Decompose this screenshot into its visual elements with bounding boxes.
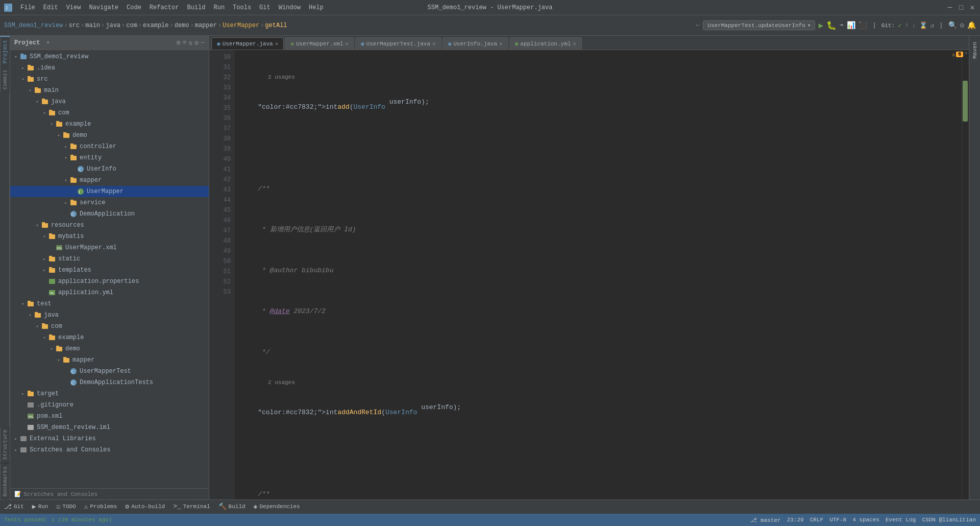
menu-git[interactable]: Git [255, 2, 275, 13]
maven-tab[interactable]: Maven [972, 38, 978, 63]
tree-item-src[interactable]: ▾src [10, 74, 209, 85]
tree-item-usermapper[interactable]: IUserMapper [10, 186, 209, 197]
tree-item-controller[interactable]: ▸controller [10, 141, 209, 152]
tree-item-usermapper-xml[interactable]: XMLUserMapper.xml [10, 242, 209, 253]
tree-item--idea[interactable]: ▸.idea [10, 62, 209, 74]
tab-usermapperjava[interactable]: ◉UserMapper.java✕ [211, 37, 284, 50]
menu-code[interactable]: Code [122, 2, 145, 13]
tree-item-demo[interactable]: ▾demo [10, 130, 209, 141]
tree-item-mybatis[interactable]: ▾mybatis [10, 231, 209, 242]
tree-item-example[interactable]: ▾example [10, 118, 209, 130]
bottom-tab-todo[interactable]: ☑TODO [56, 500, 76, 514]
line-ending-status[interactable]: CRLF [810, 517, 823, 523]
menu-tools[interactable]: Tools [229, 2, 255, 13]
git-arrow-up-icon[interactable]: ↑ [905, 21, 909, 29]
tree-item-mapper[interactable]: ▾mapper [10, 354, 209, 366]
git-check-icon[interactable]: ✓ [898, 21, 902, 30]
bottom-tab-git[interactable]: ⎇Git [4, 500, 24, 514]
tab-close-icon[interactable]: ✕ [275, 40, 279, 47]
tree-item-example[interactable]: ▾example [10, 332, 209, 343]
close-button[interactable]: ✕ [969, 4, 976, 11]
position-status[interactable]: 23:29 [787, 517, 804, 523]
menu-navigate[interactable]: Navigate [85, 2, 122, 13]
tree-item-pom-xml[interactable]: XMLpom.xml [10, 411, 209, 422]
structure-tab[interactable]: Structure [0, 426, 10, 463]
tree-item-scratches-and-consoles[interactable]: ▸Scratches and Consoles [10, 444, 209, 456]
bottom-tab-dependencies[interactable]: ◈Dependencies [254, 500, 300, 514]
project-tab[interactable]: Project [0, 36, 10, 66]
caret-icon[interactable]: ⌃ [964, 51, 968, 58]
csdn-link[interactable]: CSDN @lianLitian [922, 517, 976, 523]
menu-window[interactable]: Window [275, 2, 305, 13]
scratches-consoles-item[interactable]: 📝 Scratches and Consoles [10, 488, 209, 499]
minimize-button[interactable]: ─ [946, 4, 953, 11]
code-editor[interactable]: 2 usages 🔖 "color:#cc7832;">int add(User… [235, 50, 962, 499]
menu-file[interactable]: File [16, 2, 39, 13]
tree-item-templates[interactable]: ▸templates [10, 265, 209, 276]
tree-item-entity[interactable]: ▾entity [10, 152, 209, 163]
tree-item-service[interactable]: ▸service [10, 197, 209, 208]
git-rollback-icon[interactable]: ↺ [930, 21, 935, 30]
bottom-tab-problems[interactable]: ⚠Problems [84, 500, 117, 514]
scroll-from-source-icon[interactable]: ⇅ [189, 39, 193, 47]
menu-view[interactable]: View [62, 2, 85, 13]
tree-item-mapper[interactable]: ▾mapper [10, 175, 209, 186]
tree-item-application-properties[interactable]: application.properties [10, 276, 209, 287]
git-arrow-down-icon[interactable]: ↓ [912, 21, 916, 29]
menu-bar[interactable]: J File Edit View Navigate Code Refactor … [4, 2, 328, 13]
expand-all-icon[interactable]: ⊞ [177, 39, 181, 47]
coverage-button[interactable]: ☂ [840, 21, 844, 30]
tree-item-main[interactable]: ▾main [10, 85, 209, 96]
stop-button[interactable]: ⬛ [859, 21, 867, 30]
run-config-dropdown-icon[interactable]: ▾ [807, 22, 811, 29]
tab-applicationyml[interactable]: ◉application.yml✕ [509, 37, 582, 50]
collapse-all-icon[interactable]: ≡ [183, 39, 187, 47]
tree-item-java[interactable]: ▾java [10, 96, 209, 107]
tree-item-userinfo[interactable]: CUserInfo [10, 163, 209, 175]
menu-help[interactable]: Help [305, 2, 328, 13]
branch-status[interactable]: ⎇ master [750, 517, 780, 523]
debug-button[interactable]: 🐛 [826, 20, 837, 31]
menu-build[interactable]: Build [183, 2, 209, 13]
bookmarks-tab[interactable]: Bookmarks [0, 463, 10, 499]
tree-item-test[interactable]: ▾test [10, 298, 209, 309]
indent-status[interactable]: 4 spaces [852, 517, 879, 523]
tab-close-icon[interactable]: ✕ [499, 40, 503, 47]
tab-userinfojava[interactable]: ◉UserInfo.java✕ [443, 37, 508, 50]
tab-close-icon[interactable]: ✕ [432, 40, 436, 47]
gear-icon[interactable]: ⚙ [194, 39, 199, 47]
bottom-tab-build[interactable]: 🔨Build [218, 500, 246, 514]
tree-item-demo[interactable]: ▾demo [10, 343, 209, 354]
minimize-panel-icon[interactable]: ─ [201, 39, 205, 47]
tab-close-icon[interactable]: ✕ [345, 40, 349, 47]
tree-item-demoapplicationtests[interactable]: CDemoApplicationTests [10, 377, 209, 388]
tree-item-static[interactable]: ▸static [10, 253, 209, 265]
run-button[interactable]: ▶ [818, 20, 823, 31]
tree-item-demoapplication[interactable]: CDemoApplication [10, 208, 209, 220]
charset-status[interactable]: UTF-8 [829, 517, 846, 523]
project-dropdown-icon[interactable]: ▾ [46, 39, 50, 46]
profile-button[interactable]: 📊 [847, 21, 855, 30]
git-history-icon[interactable]: ⌛ [919, 21, 927, 30]
menu-run[interactable]: Run [209, 2, 229, 13]
back-button[interactable]: ← [696, 21, 700, 29]
tree-item--gitignore[interactable]: .gitignore [10, 399, 209, 411]
maximize-button[interactable]: □ [958, 4, 965, 11]
bottom-tab-auto-build[interactable]: ⚙Auto-build [125, 500, 165, 514]
settings-icon[interactable]: ⚙ [960, 21, 964, 30]
menu-refactor[interactable]: Refactor [145, 2, 183, 13]
tree-item-java[interactable]: ▾java [10, 309, 209, 321]
bottom-tab-run[interactable]: ▶Run [32, 500, 48, 514]
window-controls[interactable]: ─ □ ✕ [946, 4, 976, 11]
bottom-tab-terminal[interactable]: >_Terminal [173, 500, 210, 513]
run-config-selector[interactable]: UserMapperTest.updateUserInfo ▾ [703, 20, 815, 30]
tree-item-ssm-demo1-review[interactable]: ▾SSM_demo1_review [10, 51, 209, 62]
tab-close-icon[interactable]: ✕ [573, 40, 576, 47]
tree-item-external-libraries[interactable]: ▸External Libraries [10, 433, 209, 444]
tree-item-resources[interactable]: ▾resources [10, 220, 209, 231]
commit-tab[interactable]: Commit [0, 66, 10, 93]
tab-usermapperxml[interactable]: ◉UserMapper.xml✕ [285, 37, 354, 50]
tree-item-target[interactable]: ▸target [10, 388, 209, 399]
tree-item-com[interactable]: ▾com [10, 107, 209, 118]
tree-item-usermappertest[interactable]: CUserMapperTest [10, 366, 209, 377]
